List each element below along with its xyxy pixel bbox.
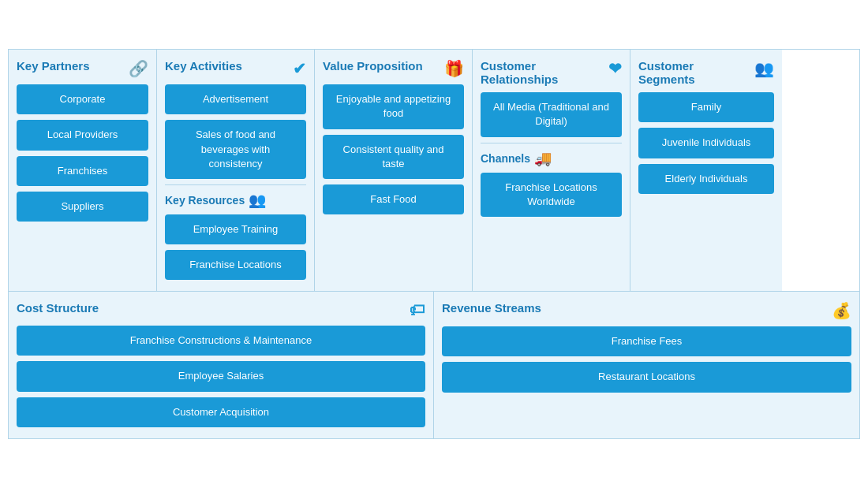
cost-customer-acquisition: Customer Acquisition bbox=[17, 397, 425, 427]
business-model-canvas: Key Partners 🔗 Corporate Local Providers… bbox=[8, 49, 860, 439]
key-resources-label: Key Resources bbox=[165, 194, 245, 207]
key-partners-icon: 🔗 bbox=[129, 59, 148, 78]
top-section: Key Partners 🔗 Corporate Local Providers… bbox=[9, 50, 859, 292]
key-activities-block: Key Activities ✔ Advertisement Sales of … bbox=[157, 50, 315, 291]
relationship-all-media: All Media (Traditional and Digital) bbox=[481, 92, 622, 136]
key-partners-label: Key Partners bbox=[17, 59, 124, 73]
channels-label: Channels bbox=[481, 152, 530, 165]
channel-franchise-locations: Franchise Locations Worldwide bbox=[481, 173, 622, 217]
key-activities-icon: ✔ bbox=[293, 59, 306, 78]
revenue-streams-icon: 💰 bbox=[832, 301, 851, 320]
partner-local-providers: Local Providers bbox=[17, 120, 148, 150]
customer-relationships-block: Customer Relationships ❤ All Media (Trad… bbox=[473, 50, 630, 291]
revenue-restaurant-locations: Restaurant Locations bbox=[442, 362, 851, 392]
cost-structure-block: Cost Structure 🏷 Franchise Constructions… bbox=[9, 292, 434, 438]
customer-relationships-title: Customer Relationships ❤ bbox=[481, 59, 622, 86]
segment-juvenile: Juvenile Individuals bbox=[638, 128, 774, 158]
value-enjoyable: Enjoyable and appetizing food bbox=[323, 84, 464, 129]
partner-franchises: Franchises bbox=[17, 156, 148, 186]
customer-relationships-icon: ❤ bbox=[608, 59, 622, 78]
key-resources-title: Key Resources 👥 bbox=[165, 192, 306, 209]
cost-structure-title: Cost Structure 🏷 bbox=[17, 301, 425, 319]
key-activities-label: Key Activities bbox=[165, 59, 288, 73]
revenue-streams-title: Revenue Streams 💰 bbox=[442, 301, 851, 320]
customer-segments-label: Customer Segments bbox=[638, 59, 750, 86]
bottom-section: Cost Structure 🏷 Franchise Constructions… bbox=[9, 292, 859, 438]
segment-elderly: Elderly Individuals bbox=[638, 164, 774, 194]
cost-employee-salaries: Employee Salaries bbox=[17, 361, 425, 391]
customer-segments-block: Customer Segments 👥 Family Juvenile Indi… bbox=[630, 50, 782, 291]
channels-title: Channels 🚚 bbox=[481, 150, 622, 167]
cost-structure-icon: 🏷 bbox=[410, 301, 425, 319]
cost-franchise-construction: Franchise Constructions & Maintenance bbox=[17, 326, 425, 356]
revenue-streams-block: Revenue Streams 💰 Franchise Fees Restaur… bbox=[434, 292, 859, 438]
partner-corporate: Corporate bbox=[17, 84, 148, 114]
customer-segments-icon: 👥 bbox=[754, 59, 774, 78]
cost-structure-label: Cost Structure bbox=[17, 301, 405, 315]
value-proposition-icon: 🎁 bbox=[444, 59, 464, 78]
activity-advertisement: Advertisement bbox=[165, 84, 306, 114]
channels-section: Channels 🚚 Franchise Locations Worldwide bbox=[481, 143, 622, 217]
key-resources-section: Key Resources 👥 Employee Training Franch… bbox=[165, 184, 306, 280]
customer-segments-title: Customer Segments 👥 bbox=[638, 59, 774, 86]
value-proposition-label: Value Proposition bbox=[323, 59, 440, 73]
resource-franchise-locations: Franchise Locations bbox=[165, 250, 306, 280]
key-resources-icon: 👥 bbox=[249, 192, 266, 209]
activity-sales: Sales of food and beverages with consist… bbox=[165, 120, 306, 179]
value-proposition-title: Value Proposition 🎁 bbox=[323, 59, 464, 78]
revenue-franchise-fees: Franchise Fees bbox=[442, 326, 851, 356]
key-activities-title: Key Activities ✔ bbox=[165, 59, 306, 78]
resource-employee-training: Employee Training bbox=[165, 214, 306, 244]
channels-icon: 🚚 bbox=[534, 150, 552, 167]
segment-family: Family bbox=[638, 92, 774, 122]
revenue-streams-label: Revenue Streams bbox=[442, 301, 827, 315]
customer-relationships-label: Customer Relationships bbox=[481, 59, 604, 86]
value-fastfood: Fast Food bbox=[323, 184, 464, 214]
key-partners-title: Key Partners 🔗 bbox=[17, 59, 148, 78]
key-partners-block: Key Partners 🔗 Corporate Local Providers… bbox=[9, 50, 157, 291]
partner-suppliers: Suppliers bbox=[17, 192, 148, 222]
value-consistent: Consistent quality and taste bbox=[323, 135, 464, 179]
value-proposition-block: Value Proposition 🎁 Enjoyable and appeti… bbox=[315, 50, 473, 291]
